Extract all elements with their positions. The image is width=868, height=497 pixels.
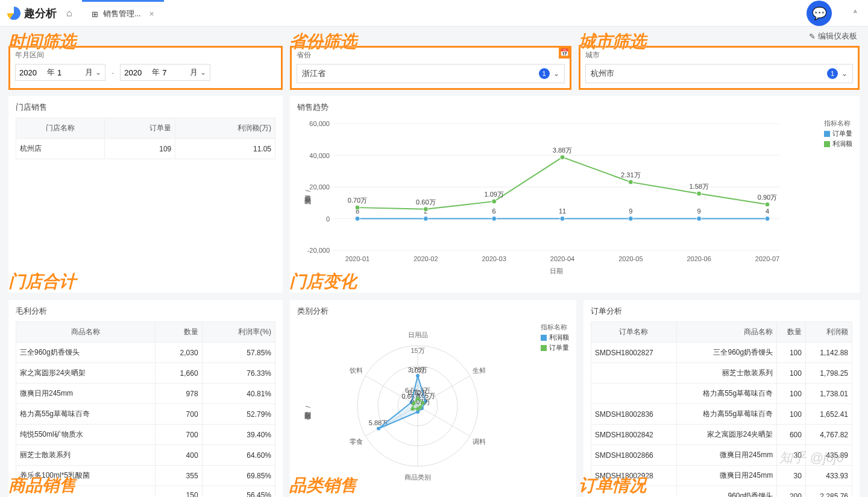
panel-title: 类别分析 xyxy=(297,306,569,317)
table-row[interactable]: SMDSH18002827三全960g奶香馒头1001,142.88 xyxy=(591,343,852,363)
user-icon[interactable]: ᴬ xyxy=(854,8,857,17)
svg-point-21 xyxy=(423,216,428,221)
svg-point-23 xyxy=(492,216,497,221)
profit-table: 商品名称数量利润率(%) 三全960g奶香馒头2,03057.85%家之寓圆形2… xyxy=(16,321,275,497)
table-row[interactable]: 杭州店10911.05 xyxy=(16,139,275,159)
logo-icon xyxy=(7,7,20,20)
svg-text:1.58万: 1.58万 xyxy=(689,183,708,190)
svg-text:0.70万: 0.70万 xyxy=(408,389,427,396)
chevron-down-icon[interactable]: ⌄ xyxy=(200,68,206,77)
svg-point-43 xyxy=(697,191,702,196)
svg-text:1.09万: 1.09万 xyxy=(484,191,503,198)
svg-point-29 xyxy=(697,216,702,221)
svg-point-27 xyxy=(628,216,633,221)
date-filter-label: 年月区间 xyxy=(15,50,276,60)
table-row[interactable]: 家之寓圆形24夹晒架1,66076.33% xyxy=(16,363,275,384)
table-row[interactable]: 纯悦550ml矿物质水70039.40% xyxy=(16,425,275,445)
svg-point-25 xyxy=(560,216,565,221)
province-count-badge: 1 xyxy=(539,68,550,79)
svg-text:零食: 零食 xyxy=(350,438,363,445)
svg-text:2020-02: 2020-02 xyxy=(414,255,438,262)
svg-point-45 xyxy=(765,202,770,207)
svg-text:20,000: 20,000 xyxy=(309,183,330,191)
table-row[interactable]: SMDSH18002928微爽日用245mm30433.93 xyxy=(591,466,852,486)
panel-title: 订单分析 xyxy=(591,306,852,317)
chevron-down-icon[interactable]: ⌄ xyxy=(841,69,848,78)
table-row[interactable]: 格力高55g草莓味百奇1001,738.01 xyxy=(591,384,852,404)
table-row[interactable]: SMDSH18002842家之寓圆形24夹晒架6004,767.82 xyxy=(591,425,852,445)
year-from-input[interactable] xyxy=(19,68,45,77)
svg-line-58 xyxy=(418,406,470,436)
province-label: 省份 xyxy=(297,50,565,60)
province-value: 浙江省 xyxy=(302,68,326,79)
chevron-down-icon[interactable]: ⌄ xyxy=(553,69,559,78)
svg-text:60,000: 60,000 xyxy=(309,120,330,127)
close-icon[interactable]: × xyxy=(149,9,154,19)
trend-legend: 指标名称 订单量 利润额 xyxy=(824,118,852,150)
date-filter-box: 年月区间 年 月 ⌄ - 年 月 ⌄ xyxy=(8,46,283,90)
orders-table: 订单名称商品名称数量利润额 SMDSH18002827三全960g奶香馒头100… xyxy=(591,321,852,497)
svg-text:生鲜: 生鲜 xyxy=(473,367,486,374)
svg-text:2.31万: 2.31万 xyxy=(621,171,640,179)
svg-point-19 xyxy=(355,216,360,221)
watermark: 知乎 @jojo xyxy=(779,449,844,467)
chat-button[interactable]: 💬 xyxy=(807,1,832,26)
city-select[interactable]: 杭州市 1⌄ xyxy=(585,64,854,83)
month-from-input[interactable] xyxy=(57,68,83,77)
svg-text:9: 9 xyxy=(697,207,701,215)
chevron-down-icon[interactable]: ⌄ xyxy=(95,68,101,77)
panel-title: 销售趋势 xyxy=(297,102,852,113)
home-icon[interactable]: ⌂ xyxy=(66,8,72,19)
svg-text:0: 0 xyxy=(326,215,330,223)
tab-sales-mgmt[interactable]: ⊞ 销售管理... × xyxy=(82,0,164,27)
tab-label: 销售管理... xyxy=(103,8,141,19)
svg-text:饮料: 饮料 xyxy=(349,367,363,374)
category-legend: 指标名称 利润额 订单量 xyxy=(541,321,569,353)
filter-row: 年月区间 年 月 ⌄ - 年 月 ⌄ 📅 省份 浙江省 1⌄ xyxy=(0,43,868,96)
edit-icon: ✎ xyxy=(809,32,816,41)
panel-title: 毛利分析 xyxy=(16,306,275,317)
svg-text:订单量/利润额: 订单量/利润额 xyxy=(304,190,312,204)
svg-point-41 xyxy=(628,180,633,185)
panel-title: 门店销售 xyxy=(16,102,275,113)
edit-dashboard-button[interactable]: 编辑仪表板 xyxy=(818,31,857,42)
table-row[interactable]: 格力高55g草莓味百奇70052.79% xyxy=(16,404,275,425)
svg-text:3.78万: 3.78万 xyxy=(408,366,427,373)
svg-text:0.70万: 0.70万 xyxy=(348,197,367,204)
toolbar: ✎ 编辑仪表板 xyxy=(0,27,868,43)
trend-panel: 销售趋势 指标名称 订单量 利润额 -20,000020,00040,00060… xyxy=(290,96,860,293)
calendar-icon[interactable]: 📅 xyxy=(559,46,571,59)
trend-chart: -20,000020,00040,00060,000订单量/利润额2020-01… xyxy=(297,118,791,274)
category-panel: 类别分析 指标名称 利润额 订单量 15万10万6.6e-3万日用品生鲜调料商品… xyxy=(290,300,576,497)
table-row[interactable]: 960g奶香馒头2002,285.76 xyxy=(591,486,852,498)
date-to[interactable]: 年 月 ⌄ xyxy=(120,64,210,81)
svg-text:0.90万: 0.90万 xyxy=(758,194,777,201)
year-to-input[interactable] xyxy=(124,68,149,77)
city-value: 杭州市 xyxy=(591,68,614,79)
svg-text:0.60万: 0.60万 xyxy=(416,198,435,206)
table-row[interactable]: 丽芝士散装系列1001,798.25 xyxy=(591,363,852,384)
svg-text:2020-05: 2020-05 xyxy=(618,255,643,262)
svg-text:4: 4 xyxy=(766,207,769,215)
province-select[interactable]: 浙江省 1⌄ xyxy=(297,64,565,83)
svg-text:9: 9 xyxy=(629,207,632,215)
table-row[interactable]: 养乐多100ml*5乳酸菌35569.85% xyxy=(16,466,275,486)
chat-icon: 💬 xyxy=(812,6,827,21)
svg-point-31 xyxy=(765,216,770,221)
table-row[interactable]: 微爽日用245mm97840.81% xyxy=(16,384,275,404)
radar-chart: 15万10万6.6e-3万日用品生鲜调料商品类别零食饮料利润额/订单量3.78万… xyxy=(297,321,526,490)
city-count-badge: 1 xyxy=(827,68,838,79)
month-to-input[interactable] xyxy=(162,68,187,77)
app-name: 趣分析 xyxy=(24,6,57,21)
svg-text:6: 6 xyxy=(492,207,496,215)
table-row[interactable]: 15056.45% xyxy=(16,486,275,498)
svg-text:40,000: 40,000 xyxy=(309,152,330,159)
date-from[interactable]: 年 月 ⌄ xyxy=(15,64,105,81)
table-row[interactable]: SMDSH18002836格力高55g草莓味百奇1001,652.41 xyxy=(591,404,852,425)
svg-point-33 xyxy=(355,205,360,210)
table-row[interactable]: 三全960g奶香馒头2,03057.85% xyxy=(16,343,275,363)
table-row[interactable]: 丽芝士散装系列40064.60% xyxy=(16,445,275,466)
svg-text:2020-06: 2020-06 xyxy=(687,255,711,262)
orders-panel: 订单分析 订单名称商品名称数量利润额 SMDSH18002827三全960g奶香… xyxy=(583,300,860,497)
svg-text:商品类别: 商品类别 xyxy=(404,473,431,481)
